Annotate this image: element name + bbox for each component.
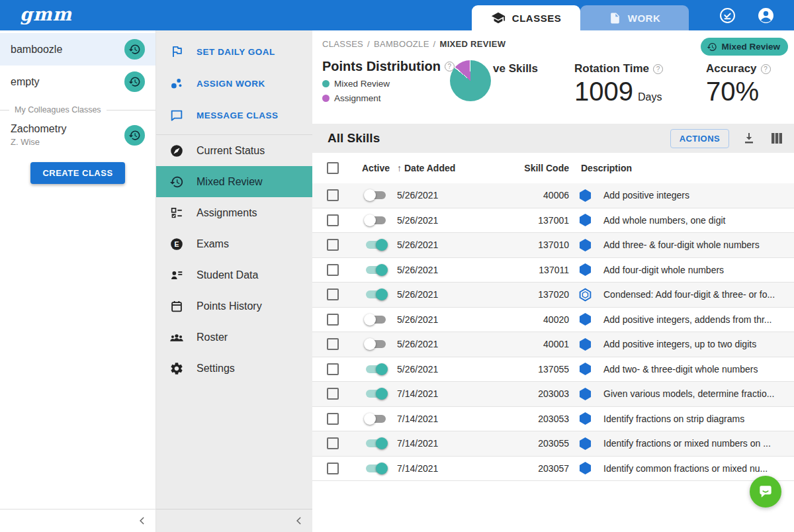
skill-description: Add four-digit whole numbers [603, 265, 724, 275]
breadcrumb-separator: / [433, 39, 436, 49]
row-checkbox[interactable] [327, 388, 339, 400]
menu-item-points-history[interactable]: Points History [156, 290, 312, 322]
active-toggle[interactable] [364, 313, 388, 326]
create-class-button[interactable]: CREATE CLASS [30, 162, 124, 184]
row-checkbox[interactable] [327, 363, 339, 375]
column-header-description[interactable]: Description [572, 163, 786, 173]
collapse-classes-sidebar[interactable] [0, 509, 155, 532]
tab-classes[interactable]: CLASSES [472, 5, 580, 30]
active-toggle[interactable] [364, 412, 388, 425]
menu-item-roster[interactable]: Roster [156, 322, 312, 353]
active-toggle[interactable] [364, 387, 388, 400]
flag-icon [169, 44, 184, 59]
actions-button[interactable]: ACTIONS [670, 129, 729, 148]
active-toggle[interactable] [364, 214, 388, 227]
calendar-icon [169, 299, 184, 314]
active-toggle[interactable] [364, 363, 388, 376]
active-toggle[interactable] [364, 337, 388, 351]
skill-description: Add positive integers, up to two digits [603, 339, 756, 349]
skill-description: Add positive integers, addends from thr.… [603, 314, 772, 325]
menu-item-settings[interactable]: Settings [156, 353, 312, 384]
download-icon[interactable] [741, 130, 757, 146]
menu-item-assignments[interactable]: Assignments [156, 197, 312, 228]
help-icon[interactable]: ? [653, 64, 663, 74]
chat-launcher[interactable] [750, 476, 781, 508]
points-distribution-label: Points Distribution [322, 59, 441, 74]
active-toggle[interactable] [364, 462, 388, 475]
teacher-name: Z. Wise [11, 137, 66, 147]
active-toggle[interactable] [364, 437, 388, 450]
colleague-class-info: Zachometry Z. Wise [11, 123, 66, 147]
assign-work-link[interactable]: ASSIGN WORK [156, 67, 312, 99]
column-header-skill-code[interactable]: Skill Code [503, 163, 572, 173]
skill-hexagon-icon [579, 461, 592, 475]
legend-label: Assignment [334, 93, 381, 103]
row-checkbox[interactable] [327, 437, 339, 449]
class-item-empty[interactable]: empty [0, 66, 155, 98]
active-toggle[interactable] [364, 189, 388, 202]
table-row: 5/26/2021 137055 Add two- & three-digit … [312, 357, 794, 382]
skill-description: Identify fractions on strip diagrams [603, 414, 744, 424]
row-checkbox[interactable] [327, 413, 339, 425]
columns-icon[interactable] [769, 130, 785, 146]
skill-code-cell: 203057 [538, 463, 569, 474]
account-icon[interactable] [757, 7, 775, 24]
row-checkbox[interactable] [327, 314, 339, 326]
active-toggle[interactable] [364, 288, 388, 301]
column-header-active[interactable]: Active [355, 163, 397, 173]
help-icon[interactable]: ? [761, 64, 771, 74]
row-checkbox[interactable] [327, 264, 339, 276]
mixed-review-shortcut[interactable] [124, 125, 145, 146]
student-data-icon [169, 268, 184, 283]
legend-label: Mixed Review [334, 79, 390, 89]
exam-icon: E [169, 237, 184, 251]
row-checkbox[interactable] [327, 189, 339, 201]
check-status-icon[interactable] [719, 7, 736, 24]
active-skills-label-clipped: ve Skills [493, 62, 538, 75]
class-item-zachometry[interactable]: Zachometry Z. Wise [0, 117, 155, 153]
menu-item-current-status[interactable]: Current Status [156, 135, 312, 166]
table-row: 5/26/2021 40001 Add positive integers, u… [312, 332, 794, 357]
class-item-bamboozle[interactable]: bamboozle [0, 33, 155, 66]
table-row: 7/14/2021 203057 Identify common fractio… [312, 457, 794, 482]
gmm-logo: gmm [20, 4, 72, 24]
history-icon [128, 75, 141, 88]
column-header-date-added[interactable]: ↑Date Added [397, 163, 503, 173]
row-checkbox[interactable] [327, 239, 339, 251]
breadcrumb-classes[interactable]: CLASSES [322, 39, 363, 49]
select-all-checkbox[interactable] [327, 162, 339, 174]
active-toggle[interactable] [364, 263, 388, 277]
rotation-time-value: 1009 [574, 77, 633, 107]
top-bar: gmm CLASSES WORK [0, 0, 794, 30]
collapse-class-menu[interactable] [156, 509, 312, 532]
skill-code-cell: 203053 [538, 414, 569, 424]
legend-dot-teal [322, 80, 330, 87]
skill-hexagon-icon [579, 387, 592, 401]
breadcrumb-mixed-review: MIXED REVIEW [440, 39, 506, 49]
active-toggle[interactable] [364, 238, 388, 251]
points-distribution-pie-chart [450, 60, 491, 101]
row-checkbox[interactable] [327, 338, 339, 350]
mixed-review-shortcut[interactable] [124, 71, 145, 92]
date-added-cell: 5/26/2021 [397, 339, 438, 349]
row-checkbox[interactable] [327, 463, 339, 474]
menu-item-student-data[interactable]: Student Data [156, 259, 312, 290]
menu-item-exams[interactable]: E Exams [156, 228, 312, 259]
row-checkbox[interactable] [327, 214, 339, 226]
breadcrumb-separator: / [367, 39, 370, 49]
date-added-cell: 5/26/2021 [397, 364, 438, 375]
set-daily-goal-link[interactable]: SET DAILY GOAL [156, 36, 312, 67]
table-row: 5/26/2021 137020 Condensed: Add four-dig… [312, 283, 794, 308]
skill-description: Identify fractions or mixed numbers on .… [603, 438, 771, 449]
mixed-review-shortcut[interactable] [124, 39, 145, 60]
rotation-time-label: Rotation Time [574, 62, 649, 75]
tab-work[interactable]: WORK [580, 5, 689, 30]
row-checkbox[interactable] [327, 288, 339, 300]
menu-item-mixed-review[interactable]: Mixed Review [156, 166, 312, 197]
breadcrumb-bamboozle[interactable]: BAMBOOZLE [374, 39, 429, 49]
message-class-link[interactable]: MESSAGE CLASS [156, 99, 312, 131]
chat-smile-icon [757, 483, 774, 500]
date-added-cell: 5/26/2021 [397, 314, 438, 325]
date-added-cell: 5/26/2021 [397, 215, 438, 226]
table-row: 7/14/2021 203003 Given various models, d… [312, 382, 794, 407]
